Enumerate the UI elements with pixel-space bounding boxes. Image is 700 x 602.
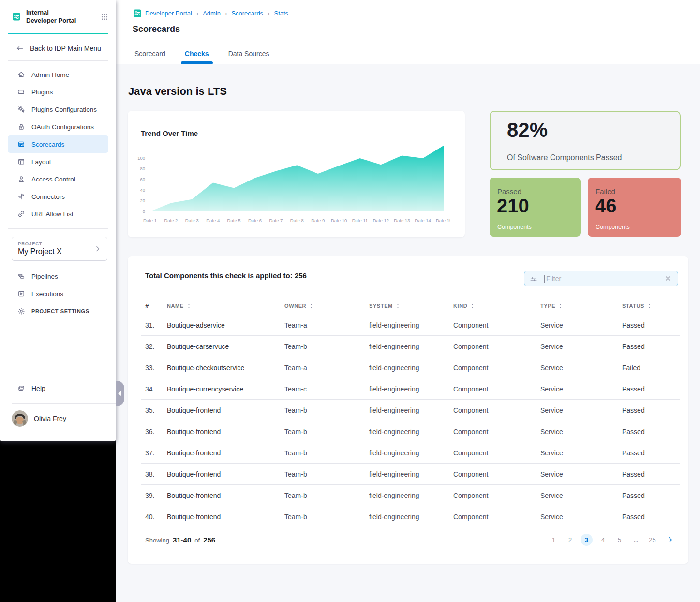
page-number-4[interactable]: 4 <box>597 534 609 546</box>
user-menu[interactable]: Olivia Frey <box>0 404 116 427</box>
sidebar-item-admin-home[interactable]: Admin Home <box>8 66 108 83</box>
table-row[interactable]: 31.Boutique-adserviceTeam-afield-enginee… <box>128 315 688 336</box>
sidebar-item-label: Pipelines <box>31 273 58 280</box>
column-label: KIND <box>453 303 467 309</box>
help-label: Help <box>31 385 45 392</box>
sort-icon[interactable] <box>558 303 563 309</box>
breadcrumb-link-stats[interactable]: Stats <box>274 10 288 17</box>
table-row[interactable]: 40.Boutique-frontendTeam-bfield-engineer… <box>128 506 688 527</box>
percent-passed-card: 82% Of Software Components Passed <box>490 111 681 170</box>
cell-system: field-engineering <box>369 321 453 329</box>
help-item[interactable]: Help <box>0 380 116 397</box>
table-row[interactable]: 36.Boutique-frontendTeam-bfield-engineer… <box>128 421 688 442</box>
cell-num: 39. <box>145 492 167 499</box>
sidebar-item-label: URL Allow List <box>31 211 74 218</box>
gear-icon <box>17 307 25 315</box>
table-row[interactable]: 34.Boutique-currencyserviceTeam-cfield-e… <box>128 378 688 400</box>
cell-type: Service <box>540 364 622 372</box>
sidebar-item-oauth-configurations[interactable]: OAuth Configurations <box>8 118 108 135</box>
sort-icon[interactable] <box>187 303 191 309</box>
tab-bar: ScorecardChecksData Sources <box>134 46 270 64</box>
sidebar-item-project-settings[interactable]: PROJECT SETTINGS <box>8 302 108 320</box>
table-row[interactable]: 37.Boutique-frontendTeam-bfield-engineer… <box>128 442 688 464</box>
sidebar-item-layout[interactable]: Layout <box>8 153 108 170</box>
cell-type: Service <box>540 428 622 436</box>
gears-icon <box>17 105 25 113</box>
cell-type: Service <box>540 513 622 521</box>
cell-owner: Team-a <box>284 321 369 329</box>
table-row[interactable]: 32.Boutique-carservuceTeam-bfield-engine… <box>128 336 688 357</box>
cell-status: Passed <box>622 470 679 478</box>
cell-system: field-engineering <box>369 406 453 414</box>
next-page-icon[interactable] <box>667 536 674 543</box>
tab-scorecard[interactable]: Scorecard <box>134 46 166 64</box>
breadcrumb-link-developer-portal[interactable]: Developer Portal <box>145 10 192 17</box>
page-number-1[interactable]: 1 <box>548 534 560 546</box>
cell-type: Service <box>540 449 622 457</box>
cell-status: Passed <box>622 321 679 329</box>
page-title: Scorecards <box>133 24 180 34</box>
sidebar-item-executions[interactable]: Executions <box>8 285 108 302</box>
cell-owner: Team-b <box>284 406 369 414</box>
back-to-main-menu[interactable]: Back to IDP Main Menu <box>0 34 116 60</box>
cell-kind: Component <box>453 364 540 372</box>
column-header-system[interactable]: SYSTEM <box>369 303 453 309</box>
table-row[interactable]: 39.Boutique-frontendTeam-bfield-engineer… <box>128 485 688 506</box>
sidebar-item-plugins-configurations[interactable]: Plugins Configurations <box>8 101 108 118</box>
column-header-type[interactable]: TYPE <box>540 303 622 309</box>
table-title: Total Components this check is applied t… <box>145 271 307 280</box>
sort-icon[interactable] <box>309 303 313 309</box>
showing-summary: Showing 31-40 of 256 <box>145 536 215 544</box>
cell-num: 36. <box>145 428 167 436</box>
cell-kind: Component <box>453 513 540 521</box>
sidebar-item-url-allow-list[interactable]: URL Allow List <box>8 205 108 223</box>
filter-sliders-icon[interactable] <box>530 275 537 283</box>
sort-icon[interactable] <box>470 303 475 309</box>
column-header-kind[interactable]: KIND <box>453 303 540 309</box>
breadcrumb-link-scorecards[interactable]: Scorecards <box>231 10 263 17</box>
tab-checks[interactable]: Checks <box>184 46 210 64</box>
project-selector[interactable]: PROJECT My Project X <box>12 237 107 261</box>
page-number-2[interactable]: 2 <box>564 534 576 546</box>
column-header-name[interactable]: NAME <box>167 303 284 309</box>
apps-grid-icon[interactable] <box>101 12 108 22</box>
column-header-status[interactable]: STATUS <box>622 303 679 309</box>
cell-status: Passed <box>622 492 679 499</box>
cell-type: Service <box>540 492 622 499</box>
table-row[interactable]: 38.Boutique-frontendTeam-bfield-engineer… <box>128 464 688 485</box>
table-row[interactable]: 33.Boutique-checkoutserviceTeam-afield-e… <box>128 357 688 378</box>
avatar <box>12 410 28 427</box>
tab-data-sources[interactable]: Data Sources <box>227 46 270 64</box>
breadcrumb-link-admin[interactable]: Admin <box>203 10 221 17</box>
cell-system: field-engineering <box>369 449 453 457</box>
svg-text:Date 6: Date 6 <box>248 218 262 223</box>
sidebar-item-label: OAuth Configurations <box>31 123 94 131</box>
sort-icon[interactable] <box>396 303 400 309</box>
filter-input[interactable] <box>545 275 664 283</box>
percent-value: 82% <box>507 119 548 142</box>
divider <box>8 228 108 229</box>
cell-name: Boutique-frontend <box>167 513 284 521</box>
page-number-5[interactable]: 5 <box>613 534 626 546</box>
failed-caption: Components <box>596 224 630 230</box>
sidebar-item-label: Layout <box>31 158 51 166</box>
table-row[interactable]: 35.Boutique-frontendTeam-bfield-engineer… <box>128 400 688 421</box>
sidebar-item-connectors[interactable]: Connectors <box>8 188 108 205</box>
column-label: NAME <box>167 303 184 309</box>
column-header-owner[interactable]: OWNER <box>284 303 369 309</box>
sidebar-collapse-handle[interactable] <box>116 381 124 406</box>
sidebar-item-label: Connectors <box>31 193 65 200</box>
sort-icon[interactable] <box>647 303 652 309</box>
close-icon[interactable] <box>664 275 672 283</box>
project-nav: PipelinesExecutionsPROJECT SETTINGS <box>0 261 116 320</box>
sidebar-item-access-control[interactable]: Access Control <box>8 170 108 188</box>
cell-status: Passed <box>622 343 679 350</box>
page-number-25[interactable]: 25 <box>646 534 658 546</box>
page-number-3[interactable]: 3 <box>581 534 593 546</box>
sidebar-item-plugins[interactable]: Plugins <box>8 83 108 101</box>
sidebar-item-scorecards[interactable]: Scorecards <box>8 135 108 153</box>
sidebar-item-pipelines[interactable]: Pipelines <box>8 268 108 285</box>
sidebar-item-label: Admin Home <box>31 71 69 78</box>
cell-system: field-engineering <box>369 428 453 436</box>
table-header-row: #NAMEOWNERSYSTEMKINDTYPESTATUS <box>128 297 688 315</box>
